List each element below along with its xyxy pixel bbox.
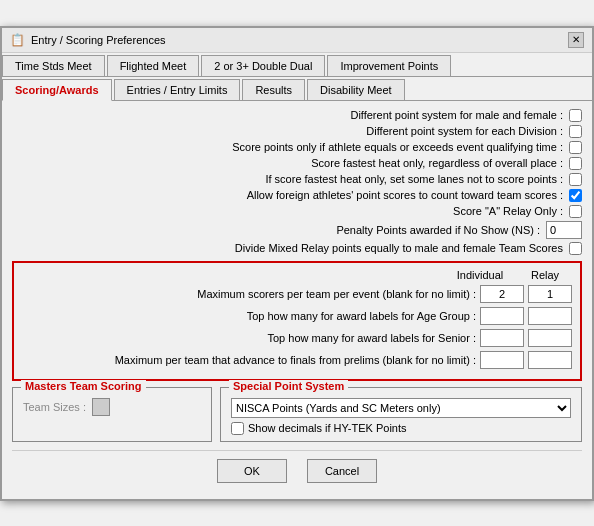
decimals-label: Show decimals if HY-TEK Points [248,422,407,434]
scored-relay-1[interactable] [528,307,572,325]
checkbox-row-6: Score "A" Relay Only : [12,205,582,218]
masters-group: Masters Team Scoring Team Sizes : [12,387,212,442]
special-point-select[interactable]: NISCA Points (Yards and SC Meters only)N… [231,398,571,418]
checkbox-label-2: Score points only if athlete equals or e… [232,141,563,153]
checkbox-label-5: Allow foreign athletes' point scores to … [247,189,563,201]
masters-title: Masters Team Scoring [21,380,146,392]
checkbox-row-2: Score points only if athlete equals or e… [12,141,582,154]
footer: OK Cancel [12,450,582,491]
close-button[interactable]: ✕ [568,32,584,48]
team-sizes-label: Team Sizes : [23,401,86,413]
scored-relay-2[interactable] [528,329,572,347]
checkbox-score-qualifying[interactable] [569,141,582,154]
main-window: 📋 Entry / Scoring Preferences ✕ Time Std… [0,26,594,501]
tab-flighted[interactable]: Flighted Meet [107,55,200,76]
tab-double-dual[interactable]: 2 or 3+ Double Dual [201,55,325,76]
decimals-checkbox[interactable] [231,422,244,435]
bottom-section: Masters Team Scoring Team Sizes : Specia… [12,387,582,442]
decimals-row: Show decimals if HY-TEK Points [231,422,571,435]
tab-entries[interactable]: Entries / Entry Limits [114,79,241,100]
checkboxes-section: Different point system for male and fema… [12,109,582,218]
content-area: Different point system for male and fema… [2,101,592,499]
scored-label-0: Maximum scorers per team per event (blan… [22,288,476,300]
scored-individual-1[interactable] [480,307,524,325]
checkbox-fastest-heat[interactable] [569,157,582,170]
checkbox-relay-only[interactable] [569,205,582,218]
penalty-row: Penalty Points awarded if No Show (NS) : [12,221,582,239]
penalty-input[interactable] [546,221,582,239]
tab-disability[interactable]: Disability Meet [307,79,405,100]
tabs-row1: Time Stds Meet Flighted Meet 2 or 3+ Dou… [2,53,592,77]
scored-box: Individual Relay Maximum scorers per tea… [12,261,582,381]
scored-individual-3[interactable] [480,351,524,369]
penalty-label: Penalty Points awarded if No Show (NS) : [336,224,540,236]
divide-row: Divide Mixed Relay points equally to mal… [12,242,582,255]
scored-label-2: Top how many for award labels for Senior… [22,332,476,344]
special-title: Special Point System [229,380,348,392]
tab-time-stds[interactable]: Time Stds Meet [2,55,105,76]
checkbox-foreign-athletes[interactable] [569,189,582,202]
scored-header: Individual Relay [22,269,572,281]
checkbox-label-4: If score fastest heat only, set some lan… [265,173,563,185]
divide-label: Divide Mixed Relay points equally to mal… [235,242,563,254]
checkbox-row-0: Different point system for male and fema… [12,109,582,122]
cancel-button[interactable]: Cancel [307,459,377,483]
checkbox-label-0: Different point system for male and fema… [350,109,563,121]
tab-scoring-awards[interactable]: Scoring/Awards [2,79,112,101]
title-bar: 📋 Entry / Scoring Preferences ✕ [2,28,592,53]
scored-row-0: Maximum scorers per team per event (blan… [22,285,572,303]
ok-button[interactable]: OK [217,459,287,483]
scored-label-1: Top how many for award labels for Age Gr… [22,310,476,322]
window-title: Entry / Scoring Preferences [31,34,166,46]
checkbox-label-3: Score fastest heat only, regardless of o… [311,157,563,169]
scored-row-2: Top how many for award labels for Senior… [22,329,572,347]
scored-relay-0[interactable] [528,285,572,303]
checkbox-label-1: Different point system for each Division… [366,125,563,137]
scored-rows: Maximum scorers per team per event (blan… [22,285,572,369]
scored-row-3: Maximum per team that advance to finals … [22,351,572,369]
checkbox-row-4: If score fastest heat only, set some lan… [12,173,582,186]
checkbox-diff-division[interactable] [569,125,582,138]
scored-row-1: Top how many for award labels for Age Gr… [22,307,572,325]
scored-individual-0[interactable] [480,285,524,303]
tabs-row2: Scoring/Awards Entries / Entry Limits Re… [2,77,592,101]
checkbox-row-3: Score fastest heat only, regardless of o… [12,157,582,170]
team-sizes-input[interactable] [92,398,110,416]
scored-individual-2[interactable] [480,329,524,347]
window-icon: 📋 [10,33,25,47]
checkbox-row-1: Different point system for each Division… [12,125,582,138]
divide-checkbox[interactable] [569,242,582,255]
tab-improvement[interactable]: Improvement Points [327,55,451,76]
col-relay-label: Relay [520,269,570,281]
scored-relay-3[interactable] [528,351,572,369]
checkbox-label-6: Score "A" Relay Only : [453,205,563,217]
checkbox-diff-male-female[interactable] [569,109,582,122]
scored-label-3: Maximum per team that advance to finals … [22,354,476,366]
tab-results[interactable]: Results [242,79,305,100]
special-group: Special Point System NISCA Points (Yards… [220,387,582,442]
checkbox-row-5: Allow foreign athletes' point scores to … [12,189,582,202]
col-individual-label: Individual [440,269,520,281]
checkbox-some-lanes[interactable] [569,173,582,186]
